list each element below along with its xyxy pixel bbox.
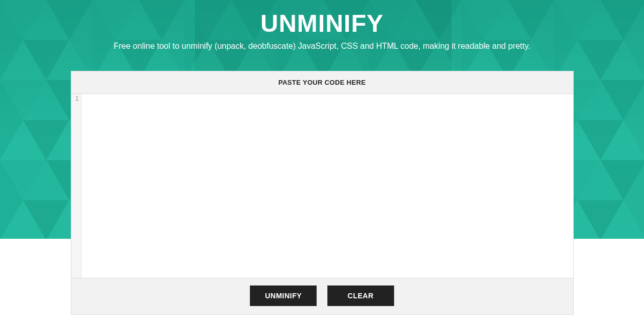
line-number: 1: [71, 95, 79, 102]
clear-button[interactable]: CLEAR: [327, 285, 394, 306]
line-number-gutter: 1: [71, 94, 82, 278]
editor-header-label: PASTE YOUR CODE HERE: [71, 71, 573, 93]
action-bar: UNMINIFY CLEAR: [71, 278, 573, 314]
page-title: UNMINIFY: [0, 9, 644, 37]
editor-panel: PASTE YOUR CODE HERE 1 UNMINIFY CLEAR: [71, 71, 574, 315]
unminify-button[interactable]: UNMINIFY: [250, 285, 317, 306]
page-subtitle: Free online tool to unminify (unpack, de…: [0, 42, 644, 51]
code-input[interactable]: [82, 94, 573, 278]
code-editor: 1: [71, 93, 573, 278]
